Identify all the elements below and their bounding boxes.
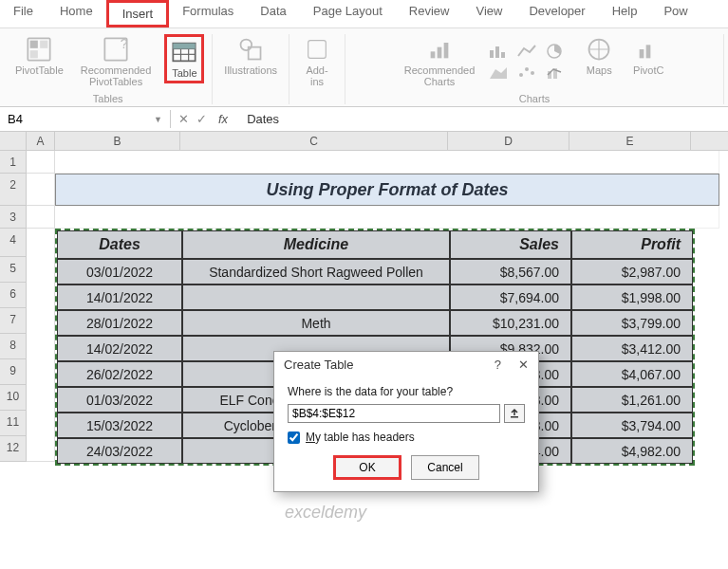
line-chart-icon[interactable] — [516, 43, 537, 60]
row-9[interactable]: 9 — [0, 359, 27, 385]
ok-button[interactable]: OK — [333, 455, 401, 480]
svg-point-22 — [519, 73, 523, 77]
table-row[interactable]: 03/01/2022Standardized Short Ragweed Pol… — [57, 259, 693, 284]
row-11[interactable]: 11 — [0, 411, 27, 436]
tab-home[interactable]: Home — [47, 0, 106, 28]
cell[interactable]: $4,067.00 — [571, 361, 693, 387]
charts-group-label: Charts — [519, 93, 550, 104]
svg-rect-17 — [444, 43, 449, 58]
pie-chart-icon[interactable] — [545, 43, 566, 60]
chart-gallery[interactable] — [488, 43, 569, 81]
pivotchart-button[interactable]: PivotC — [628, 34, 668, 78]
cell[interactable]: $1,261.00 — [571, 387, 693, 413]
header-medicine[interactable]: Medicine — [182, 230, 450, 259]
sheet-title[interactable]: Using Proper Format of Dates — [55, 174, 719, 206]
svg-point-12 — [241, 40, 252, 51]
cell[interactable]: 03/01/2022 — [57, 259, 182, 284]
range-select-icon[interactable] — [504, 404, 525, 423]
cell[interactable] — [182, 284, 450, 310]
name-box[interactable]: B4▼ — [0, 110, 171, 128]
cell[interactable]: $7,694.00 — [450, 284, 571, 310]
svg-rect-18 — [490, 50, 494, 58]
accept-formula-icon[interactable]: ✓ — [196, 112, 207, 126]
tab-help[interactable]: Help — [599, 0, 651, 28]
recommended-charts-button[interactable]: Recommended Charts — [401, 34, 479, 89]
chevron-down-icon[interactable]: ▼ — [154, 115, 162, 124]
cell[interactable]: Standardized Short Ragweed Pollen — [182, 259, 450, 284]
table-row[interactable]: 14/01/2022$7,694.00$1,998.00 — [57, 284, 693, 310]
tab-file[interactable]: File — [0, 0, 47, 28]
tab-review[interactable]: Review — [396, 0, 463, 28]
col-c[interactable]: C — [180, 132, 448, 150]
col-d[interactable]: D — [448, 132, 569, 150]
header-profit[interactable]: Profit — [571, 230, 693, 259]
tab-insert[interactable]: Insert — [106, 0, 170, 28]
cell[interactable]: $2,987.00 — [571, 259, 693, 284]
svg-rect-11 — [174, 44, 196, 49]
row-6[interactable]: 6 — [0, 283, 27, 308]
tab-formulas[interactable]: Formulas — [169, 0, 247, 28]
row-8[interactable]: 8 — [0, 334, 27, 359]
table-row[interactable]: 28/01/2022Meth$10,231.00$3,799.00 — [57, 310, 693, 336]
range-input[interactable] — [288, 404, 500, 423]
cell[interactable]: $3,794.00 — [571, 413, 693, 438]
cell[interactable]: $3,412.00 — [571, 336, 693, 361]
cell[interactable]: 15/03/2022 — [57, 413, 182, 438]
tab-page-layout[interactable]: Page Layout — [300, 0, 396, 28]
tab-power[interactable]: Pow — [650, 0, 700, 28]
svg-rect-2 — [41, 41, 48, 48]
col-b[interactable]: B — [55, 132, 180, 150]
col-e[interactable]: E — [569, 132, 691, 150]
col-a[interactable]: A — [27, 132, 55, 150]
dialog-help-icon[interactable]: ? — [495, 358, 501, 372]
cell[interactable]: $3,799.00 — [571, 310, 693, 336]
cell[interactable]: Meth — [182, 310, 450, 336]
row-10[interactable]: 10 — [0, 385, 27, 411]
tab-data[interactable]: Data — [247, 0, 299, 28]
header-dates[interactable]: Dates — [57, 230, 182, 259]
row-2[interactable]: 2 — [0, 174, 27, 206]
row-7[interactable]: 7 — [0, 308, 27, 334]
tab-view[interactable]: View — [462, 0, 515, 28]
row-3[interactable]: 3 — [0, 206, 27, 229]
area-chart-icon[interactable] — [488, 64, 509, 81]
dialog-close-icon[interactable]: ✕ — [518, 358, 529, 372]
row-12[interactable]: 12 — [0, 436, 27, 462]
row-1[interactable]: 1 — [0, 151, 27, 174]
tables-group-label: Tables — [93, 93, 123, 104]
cell[interactable]: $4,982.00 — [571, 438, 693, 464]
combo-chart-icon[interactable] — [545, 64, 566, 81]
ribbon-insert: PivotTable ? Recommended PivotTables Tab… — [0, 28, 728, 107]
tab-developer[interactable]: Developer — [515, 0, 598, 28]
cancel-button[interactable]: Cancel — [411, 455, 479, 480]
cell[interactable]: 01/03/2022 — [57, 387, 182, 413]
svg-rect-1 — [30, 41, 38, 48]
cell[interactable]: 24/03/2022 — [57, 438, 182, 464]
maps-button[interactable]: Maps — [579, 34, 619, 78]
cell[interactable]: 26/02/2022 — [57, 361, 182, 387]
watermark: exceldemy — [285, 503, 366, 523]
dialog-question: Where is the data for your table? — [288, 385, 525, 398]
pivottable-button[interactable]: PivotTable — [11, 34, 67, 78]
cancel-formula-icon[interactable]: ✕ — [178, 112, 189, 126]
cell[interactable]: $8,567.00 — [450, 259, 571, 284]
row-5[interactable]: 5 — [0, 257, 27, 283]
recommended-pivottables-button[interactable]: ? Recommended PivotTables — [77, 34, 156, 89]
row-4[interactable]: 4 — [0, 229, 27, 257]
cell[interactable]: $10,231.00 — [450, 310, 571, 336]
formula-bar[interactable]: Dates — [239, 112, 728, 126]
bar-chart-icon[interactable] — [488, 43, 509, 60]
select-all[interactable] — [0, 132, 27, 150]
cell[interactable]: $1,998.00 — [571, 284, 693, 310]
headers-checkbox[interactable] — [288, 431, 300, 444]
fx-icon[interactable]: fx — [215, 112, 232, 126]
addins-button[interactable]: Add- ins — [297, 34, 337, 89]
illustrations-button[interactable]: Illustrations — [220, 34, 281, 78]
svg-rect-14 — [308, 41, 327, 59]
cell[interactable]: 14/02/2022 — [57, 336, 182, 361]
cell[interactable]: 14/01/2022 — [57, 284, 182, 310]
scatter-chart-icon[interactable] — [516, 64, 537, 81]
cell[interactable]: 28/01/2022 — [57, 310, 182, 336]
header-sales[interactable]: Sales — [450, 230, 571, 259]
table-button[interactable]: Table — [164, 34, 204, 83]
